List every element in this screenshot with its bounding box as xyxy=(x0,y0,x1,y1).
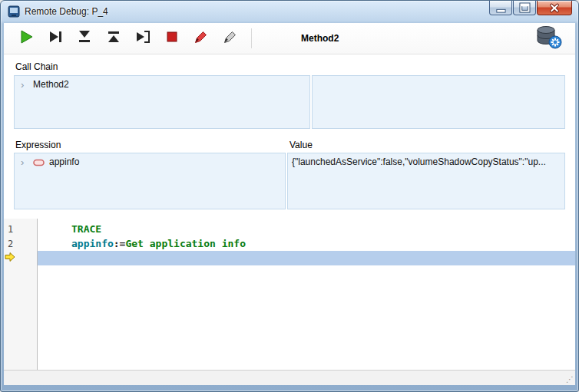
step-out-button[interactable] xyxy=(102,27,125,50)
current-line-arrow-icon xyxy=(5,252,15,265)
abort-and-edit-pencil-icon xyxy=(193,28,210,48)
code-token-operator: := xyxy=(114,238,126,249)
edit-button[interactable] xyxy=(219,27,242,50)
abort-button[interactable] xyxy=(160,27,184,50)
continue-icon xyxy=(18,28,35,48)
code-token-variable: appinfo xyxy=(71,238,114,249)
step-out-icon xyxy=(105,28,122,48)
line-number[interactable]: 2 xyxy=(4,236,37,251)
minimize-button[interactable] xyxy=(489,1,512,15)
step-into-process-icon xyxy=(134,28,151,48)
abort-and-edit-button[interactable] xyxy=(190,27,213,50)
current-execution-line[interactable] xyxy=(38,251,575,265)
status-bar: ⋰ xyxy=(4,370,575,385)
no-trace-button[interactable] xyxy=(44,27,67,50)
remote-debug-window: Remote Debug: P_4 xyxy=(0,0,579,392)
continue-button[interactable] xyxy=(15,27,38,50)
toolbar-separator xyxy=(251,28,252,48)
title-bar[interactable]: Remote Debug: P_4 xyxy=(1,1,578,22)
window-controls xyxy=(488,1,572,15)
code-line[interactable]: TRACE xyxy=(38,222,575,236)
value-list[interactable]: {"launchedAsService":false,"volumeShadow… xyxy=(287,153,565,209)
editor-gutter[interactable]: 1 2 xyxy=(4,219,38,370)
no-trace-icon xyxy=(47,28,64,48)
abort-icon xyxy=(164,28,180,48)
expander-chevron-icon[interactable]: › xyxy=(21,157,27,167)
client-area: Method2 xyxy=(4,23,575,385)
database-gear-icon xyxy=(534,25,562,52)
line-number[interactable]: 1 xyxy=(4,222,37,236)
expression-name: appinfo xyxy=(49,156,79,167)
code-line[interactable]: appinfo := Get application info xyxy=(38,236,575,251)
expander-chevron-icon[interactable]: › xyxy=(21,80,27,90)
call-chain-detail-pane[interactable] xyxy=(312,75,565,129)
database-settings-button[interactable] xyxy=(532,25,564,51)
app-icon xyxy=(8,5,20,18)
call-chain-panel: › Method2 xyxy=(14,75,565,129)
expression-row[interactable]: › appinfo xyxy=(15,153,285,170)
expression-column-label: Expression xyxy=(15,140,290,150)
expression-type-icon xyxy=(33,158,45,166)
debug-toolbar: Method2 xyxy=(4,23,575,54)
call-chain-item-label: Method2 xyxy=(33,79,69,90)
value-column-label: Value xyxy=(290,140,313,150)
code-editor[interactable]: 1 2 TRACE appinfo xyxy=(4,219,575,370)
step-into-icon xyxy=(76,28,93,48)
resize-grip[interactable]: ⋰ xyxy=(566,376,574,384)
call-chain-item[interactable]: › Method2 xyxy=(15,76,309,93)
watch-header: Expression Value xyxy=(15,140,565,150)
maximize-button[interactable] xyxy=(513,1,536,15)
expression-value: {"launchedAsService":false,"volumeShadow… xyxy=(288,153,564,167)
code-area[interactable]: TRACE appinfo := Get application info xyxy=(38,219,575,370)
edit-pencil-icon xyxy=(222,28,239,48)
execution-pointer-row[interactable] xyxy=(4,251,37,265)
watch-panel: › appinfo {"launchedAsService":false,"vo… xyxy=(14,153,565,209)
current-method-label: Method2 xyxy=(301,33,339,44)
call-chain-label: Call Chain xyxy=(15,61,575,72)
code-token-command: TRACE xyxy=(71,223,101,235)
close-button[interactable] xyxy=(537,1,572,15)
expression-list[interactable]: › appinfo xyxy=(14,153,286,209)
call-chain-list[interactable]: › Method2 xyxy=(14,75,310,129)
step-into-button[interactable] xyxy=(73,27,96,50)
code-token-command: Get application info xyxy=(125,238,246,249)
step-into-process-button[interactable] xyxy=(131,27,154,50)
window-title: Remote Debug: P_4 xyxy=(25,6,108,17)
